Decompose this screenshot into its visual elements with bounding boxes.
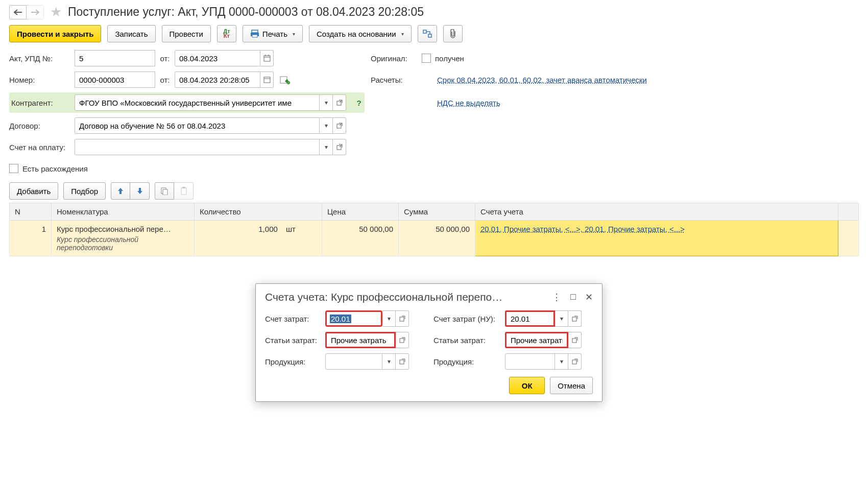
cell-accounts[interactable]: 20.01, Прочие затраты, <...>, 20.01, Про… <box>475 221 838 256</box>
dt-kt-button[interactable]: ДтКт <box>217 25 236 42</box>
act-number-label: Акт, УПД №: <box>9 54 75 63</box>
svg-rect-11 <box>280 77 287 83</box>
svg-rect-3 <box>423 30 426 33</box>
calendar-icon <box>263 76 271 83</box>
cell-spacer <box>838 221 859 256</box>
invoice-label: Счет на оплату: <box>9 143 75 152</box>
counterparty-open-button[interactable] <box>333 94 346 111</box>
received-label: получен <box>435 54 464 63</box>
print-label: Печать <box>262 30 287 38</box>
paste-icon <box>180 187 188 195</box>
original-label: Оригинал: <box>371 54 422 63</box>
svg-rect-19 <box>182 187 185 188</box>
col-spacer <box>838 203 859 221</box>
arrow-up-icon <box>117 187 124 195</box>
cell-nomenclature: Курс профессиональной пере… Курс професс… <box>52 221 195 256</box>
qty-unit: шт <box>286 225 317 233</box>
page-title: Поступление услуг: Акт, УПД 0000-000003 … <box>68 5 424 19</box>
act-date-picker-button[interactable] <box>260 50 274 66</box>
divergence-label: Есть расхождения <box>22 164 88 173</box>
nav-back-button[interactable] <box>9 5 27 19</box>
accounts-link[interactable]: 20.01, Прочие затраты, <...>, 20.01, Про… <box>480 225 685 233</box>
contract-open-button[interactable] <box>333 117 346 134</box>
dt-kt-icon: ДтКт <box>223 29 230 38</box>
counterparty-label: Контрагент: <box>11 99 75 107</box>
received-checkbox[interactable] <box>422 54 431 63</box>
from-label-2: от: <box>155 76 175 84</box>
paste-button[interactable] <box>174 182 194 200</box>
col-nomenclature[interactable]: Номенклатура <box>52 203 195 221</box>
print-button[interactable]: Печать <box>243 25 303 42</box>
nom-full: Курс профессиональной переподготовки <box>57 235 189 252</box>
contract-input[interactable] <box>75 117 320 134</box>
post-button[interactable]: Провести <box>162 25 211 42</box>
move-up-button[interactable] <box>111 182 130 200</box>
pick-button[interactable]: Подбор <box>63 182 106 200</box>
edit-date-icon[interactable] <box>280 75 290 84</box>
arrow-right-icon <box>31 9 40 15</box>
copy-button[interactable] <box>155 182 174 200</box>
copy-icon <box>160 187 168 195</box>
move-down-button[interactable] <box>130 182 150 200</box>
svg-rect-5 <box>264 56 270 61</box>
favorite-star-icon[interactable]: ★ <box>50 4 62 20</box>
invoice-open-button[interactable] <box>333 139 346 155</box>
table-row[interactable]: 1 Курс профессиональной пере… Курс профе… <box>10 221 859 256</box>
nom-short: Курс профессиональной пере… <box>57 225 189 233</box>
cell-quantity: 1,000 шт <box>195 221 322 256</box>
post-and-close-button[interactable]: Провести и закрыть <box>9 25 101 42</box>
svg-rect-17 <box>163 189 167 195</box>
from-label-1: от: <box>155 54 175 63</box>
counterparty-dropdown-button[interactable]: ▾ <box>320 94 333 111</box>
col-n[interactable]: N <box>10 203 52 221</box>
printer-icon <box>250 30 259 38</box>
number-date-input[interactable] <box>175 71 260 88</box>
open-icon <box>336 123 343 129</box>
divergence-checkbox[interactable] <box>9 164 18 173</box>
invoice-dropdown-button[interactable]: ▾ <box>320 139 333 155</box>
number-label: Номер: <box>9 76 75 84</box>
settlements-link[interactable]: Срок 08.04.2023, 60.01, 60.02, зачет ава… <box>437 76 647 84</box>
paperclip-icon <box>449 29 457 38</box>
create-based-button[interactable]: Создать на основании <box>309 25 412 42</box>
structure-icon <box>423 30 432 38</box>
number-input[interactable] <box>75 71 155 88</box>
col-accounts[interactable]: Счета учета <box>475 203 838 221</box>
structure-button[interactable] <box>418 25 437 42</box>
calendar-icon <box>263 55 271 62</box>
svg-rect-2 <box>252 35 257 37</box>
add-row-button[interactable]: Добавить <box>9 182 58 200</box>
vat-link[interactable]: НДС не выделять <box>437 99 500 107</box>
nav-forward-button[interactable] <box>27 5 44 19</box>
services-table: N Номенклатура Количество Цена Сумма Сче… <box>9 203 859 256</box>
contract-label: Договор: <box>9 122 75 130</box>
act-number-input[interactable] <box>75 50 155 66</box>
arrow-left-icon <box>13 9 22 15</box>
settlements-label: Расчеты: <box>371 76 422 84</box>
attachment-button[interactable] <box>443 25 463 42</box>
number-date-picker-button[interactable] <box>260 71 274 88</box>
cell-price: 50 000,00 <box>322 221 399 256</box>
col-sum[interactable]: Сумма <box>399 203 475 221</box>
svg-rect-0 <box>252 30 258 33</box>
contract-dropdown-button[interactable]: ▾ <box>320 117 333 134</box>
open-icon <box>336 100 343 106</box>
invoice-input[interactable] <box>75 139 320 155</box>
svg-rect-4 <box>428 34 431 37</box>
col-quantity[interactable]: Количество <box>195 203 322 221</box>
cell-sum: 50 000,00 <box>399 221 475 256</box>
qty-value: 1,000 <box>258 225 278 233</box>
arrow-down-icon <box>136 187 143 195</box>
open-icon <box>336 144 343 150</box>
counterparty-input[interactable] <box>75 94 320 111</box>
svg-rect-9 <box>264 77 270 83</box>
svg-rect-18 <box>181 188 186 195</box>
cell-n: 1 <box>10 221 52 256</box>
col-price[interactable]: Цена <box>322 203 399 221</box>
act-date-input[interactable] <box>175 50 260 66</box>
write-button[interactable]: Записать <box>107 25 155 42</box>
counterparty-help-button[interactable]: ? <box>353 99 365 107</box>
